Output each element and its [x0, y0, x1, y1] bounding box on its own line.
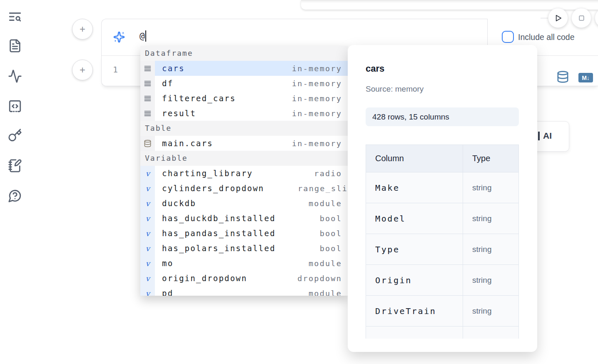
include-all-code-label: Include all code: [518, 32, 575, 42]
autocomplete-item-has-pandas-installed[interactable]: v has_pandas_installed bool: [140, 226, 348, 241]
column-header: Column: [375, 154, 404, 163]
add-cell-above-button[interactable]: +: [72, 19, 93, 40]
schema-row: Type string: [366, 234, 518, 264]
preview-shape-badge: 428 rows, 15 columns: [366, 107, 519, 126]
ai-button-label: AI: [543, 131, 552, 141]
rows-icon: [140, 61, 155, 76]
database-icon[interactable]: [556, 70, 569, 83]
type-header: Type: [472, 154, 490, 163]
variable-icon: v: [140, 256, 155, 271]
autocomplete-dropdown: Dataframe cars in-memory df in-memory fi…: [140, 46, 348, 296]
section-header-table: Table: [140, 121, 348, 136]
stop-icon: [577, 13, 586, 23]
rows-icon: [140, 91, 155, 106]
snippets-code-icon[interactable]: [8, 99, 22, 113]
run-cell-button[interactable]: [548, 8, 568, 28]
clipped-letter: [538, 132, 540, 140]
notebook-page: + + @ Include all code 1 M↓ AI Dataframe: [0, 0, 598, 364]
database-icon: [140, 136, 155, 151]
text-search-icon[interactable]: [8, 10, 22, 24]
file-text-icon[interactable]: [8, 39, 22, 53]
autocomplete-item-duckdb[interactable]: v duckdb module: [140, 196, 348, 211]
variable-icon: v: [140, 211, 155, 226]
rows-icon: [140, 76, 155, 91]
autocomplete-item-origin-dropdown[interactable]: v origin_dropdown dropdown: [140, 271, 348, 286]
section-header-dataframe: Dataframe: [140, 46, 348, 61]
sidebar: [0, 0, 29, 364]
include-all-code-checkbox[interactable]: [502, 31, 514, 43]
schema-table: Column Type Make string Model string Typ…: [366, 145, 519, 339]
variable-icon: v: [140, 286, 155, 296]
help-icon[interactable]: [8, 189, 22, 203]
markdown-icon[interactable]: M↓: [578, 73, 593, 82]
scratchpad-icon[interactable]: [8, 159, 22, 173]
schema-row: Make string: [366, 172, 518, 203]
autocomplete-item-has-polars-installed[interactable]: v has_polars_installed bool: [140, 241, 348, 256]
key-icon[interactable]: [8, 128, 22, 142]
variable-icon: v: [140, 166, 155, 181]
autocomplete-item-filtered-cars[interactable]: filtered_cars in-memory: [140, 91, 348, 106]
preview-source: Source: memory: [366, 85, 424, 94]
autocomplete-item-main-cars[interactable]: main.cars in-memory: [140, 136, 348, 151]
schema-header-row: Column Type: [366, 145, 518, 172]
line-number: 1: [113, 65, 118, 75]
variable-icon: v: [140, 181, 155, 196]
variable-icon: v: [140, 241, 155, 256]
previous-cell-edge: [301, 0, 598, 10]
sparkles-icon: [112, 30, 126, 44]
autocomplete-item-cars[interactable]: cars in-memory: [140, 61, 348, 76]
autocomplete-item-charting-library[interactable]: v charting_library radio: [140, 166, 348, 181]
section-header-variable: Variable: [140, 151, 348, 166]
stop-button[interactable]: [571, 8, 591, 28]
dataframe-preview-panel: cars Source: memory 428 rows, 15 columns…: [348, 45, 537, 352]
autocomplete-item-result[interactable]: result in-memory: [140, 106, 348, 121]
add-cell-below-button[interactable]: +: [72, 60, 93, 80]
activity-icon[interactable]: [8, 69, 22, 83]
autocomplete-item-df[interactable]: df in-memory: [140, 76, 348, 91]
autocomplete-item-pd[interactable]: v pd module: [140, 286, 348, 296]
schema-row-partial: [366, 326, 518, 339]
rows-icon: [140, 106, 155, 121]
plus-icon: +: [80, 64, 85, 76]
schema-row: Model string: [366, 203, 518, 234]
schema-row: Origin string: [366, 264, 518, 295]
schema-row: DriveTrain string: [366, 295, 518, 326]
autocomplete-item-has-duckdb-installed[interactable]: v has_duckdb_installed bool: [140, 211, 348, 226]
autocomplete-item-cylinders-dropdown[interactable]: v cylinders_dropdown range_sli: [140, 181, 348, 196]
play-icon: [553, 13, 563, 23]
preview-title: cars: [366, 63, 384, 74]
variable-icon: v: [140, 271, 155, 286]
variable-icon: v: [140, 226, 155, 241]
variable-icon: v: [140, 196, 155, 211]
ai-prompt-input[interactable]: @: [140, 30, 146, 42]
plus-icon: +: [80, 23, 85, 35]
text-cursor: [145, 30, 146, 42]
autocomplete-item-mo[interactable]: v mo module: [140, 256, 348, 271]
